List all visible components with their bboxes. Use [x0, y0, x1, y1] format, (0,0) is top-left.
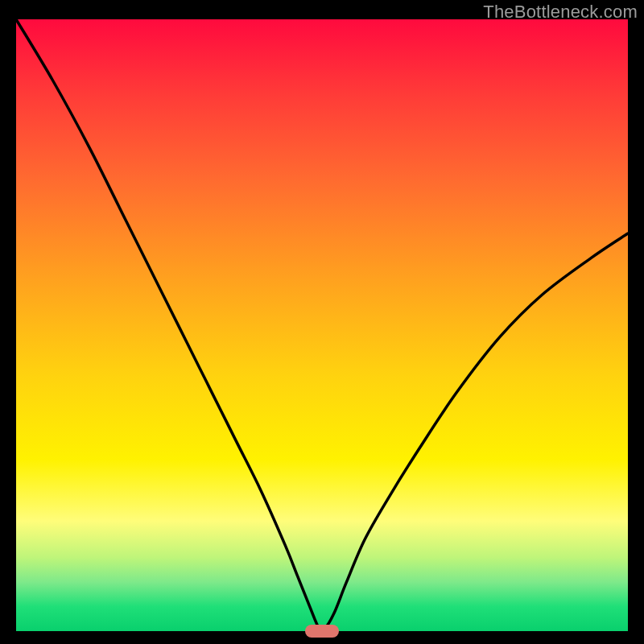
- heatmap-gradient-background: [16, 19, 628, 631]
- bottleneck-curve: [16, 19, 628, 630]
- curve-layer: [16, 19, 628, 631]
- watermark-text: TheBottleneck.com: [483, 2, 638, 23]
- chart-stage: TheBottleneck.com: [0, 0, 644, 644]
- optimum-marker: [305, 625, 339, 638]
